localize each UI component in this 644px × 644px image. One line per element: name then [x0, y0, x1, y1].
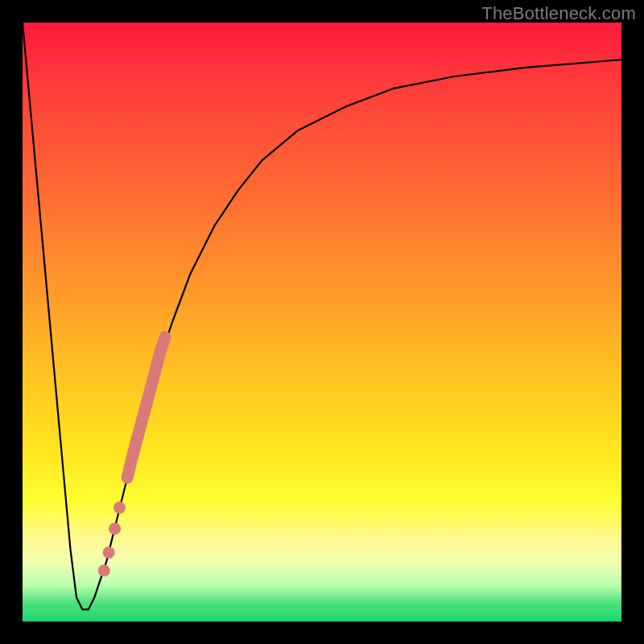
dot-2	[109, 522, 121, 535]
bottleneck-curve	[23, 23, 621, 609]
plot-area	[23, 23, 621, 621]
highlight-segment	[127, 337, 165, 478]
dot-4	[98, 564, 110, 576]
watermark-text: TheBottleneck.com	[481, 3, 636, 24]
marker-group	[98, 337, 165, 577]
dot-1	[114, 502, 126, 514]
curve-layer	[23, 23, 621, 621]
dot-3	[103, 547, 115, 559]
chart-frame: TheBottleneck.com	[0, 0, 644, 644]
